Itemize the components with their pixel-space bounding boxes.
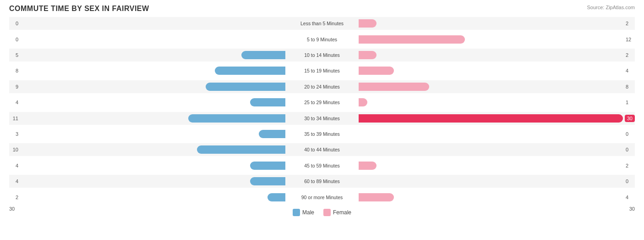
right-bar-wrap [359,35,624,44]
left-section: 0 [9,35,285,44]
table-row: 0 Less than 5 Minutes 2 [9,17,635,30]
left-bar-wrap [20,67,285,75]
right-section: 4 [359,193,635,201]
left-section: 4 [9,177,285,185]
row-label: 40 to 44 Minutes [285,147,359,152]
right-bar-wrap [359,51,624,59]
right-bar-wrap [359,193,624,201]
right-section: 0 [359,177,635,185]
male-value: 4 [9,100,18,105]
male-value: 5 [9,52,18,58]
female-bar [359,114,623,123]
table-row: 5 10 to 14 Minutes 2 [9,49,635,61]
row-inner: 4 60 to 89 Minutes 0 [9,177,635,185]
row-inner: 10 40 to 44 Minutes 0 [9,145,635,154]
male-bar [250,177,285,185]
legend-male: Male [293,209,314,216]
female-value: 8 [626,84,635,89]
left-section: 5 [9,51,285,59]
row-inner: 9 20 to 24 Minutes 8 [9,83,635,91]
right-bar-wrap [359,67,624,75]
female-value: 0 [626,147,635,152]
right-bar-wrap [359,145,624,154]
male-bar [197,145,285,154]
row-label: 25 to 29 Minutes [285,100,359,105]
female-bar [359,98,367,106]
female-bar [359,51,377,59]
male-value: 4 [9,163,18,168]
male-value: 10 [9,147,18,152]
female-value: 4 [626,195,635,200]
right-section: 0 [359,130,635,138]
female-bar [359,193,394,201]
left-bar-wrap [20,162,285,170]
male-bar [241,51,286,59]
left-bar-wrap [20,19,285,28]
right-section: 12 [359,35,635,44]
row-label: 5 to 9 Minutes [285,37,359,42]
right-section: 2 [359,162,635,170]
male-bar [259,130,285,138]
male-value: 0 [9,37,18,42]
table-row: 4 25 to 29 Minutes 1 [9,96,635,109]
female-value: 0 [626,179,635,184]
row-inner: 0 Less than 5 Minutes 2 [9,19,635,28]
right-bar-wrap [359,114,623,123]
left-bar-wrap [20,177,285,185]
legend-female: Female [323,209,351,216]
female-value: 2 [626,163,635,168]
table-row: 8 15 to 19 Minutes 4 [9,64,635,77]
left-bar-wrap [20,145,285,154]
right-section: 8 [359,83,635,91]
left-section: 9 [9,83,285,91]
row-inner: 2 90 or more Minutes 4 [9,193,635,201]
table-row: 4 60 to 89 Minutes 0 [9,175,635,188]
right-section: 4 [359,67,635,75]
left-section: 4 [9,98,285,106]
male-value: 8 [9,68,18,73]
male-value: 9 [9,84,18,89]
legend-female-box [323,209,331,216]
female-bar [359,83,429,91]
right-bar-wrap [359,162,624,170]
male-bar [250,162,285,170]
male-value: 0 [9,21,18,26]
left-bar-wrap [20,193,285,201]
male-bar [188,114,285,123]
row-label: 20 to 24 Minutes [285,84,359,89]
table-row: 9 20 to 24 Minutes 8 [9,80,635,93]
row-label: 15 to 19 Minutes [285,68,359,73]
left-bar-wrap [20,130,285,138]
left-section: 11 [9,114,285,123]
source-text: Source: ZipAtlas.com [587,5,635,10]
male-value: 11 [9,116,18,121]
female-value: 12 [626,37,635,42]
male-bar [250,98,285,106]
male-bar [267,193,285,201]
row-label: 35 to 39 Minutes [285,131,359,137]
male-value: 3 [9,131,18,137]
female-value: 2 [626,52,635,58]
right-section: 0 [359,145,635,154]
table-row: 4 45 to 59 Minutes 2 [9,159,635,172]
row-inner: 4 25 to 29 Minutes 1 [9,98,635,106]
table-row: 10 40 to 44 Minutes 0 [9,143,635,156]
female-bar [359,19,377,28]
female-bar [359,35,465,44]
left-bar-wrap [20,83,285,91]
right-section: 30 [359,114,635,123]
male-bar [215,67,285,75]
right-section: 2 [359,19,635,28]
right-bar-wrap [359,98,624,106]
row-inner: 5 10 to 14 Minutes 2 [9,51,635,59]
table-row: 3 35 to 39 Minutes 0 [9,128,635,140]
row-label: Less than 5 Minutes [285,21,359,26]
legend: Male Female [293,209,351,216]
table-row: 2 90 or more Minutes 4 [9,191,635,204]
left-section: 4 [9,162,285,170]
left-section: 3 [9,130,285,138]
table-row: 11 30 to 34 Minutes 30 [9,112,635,125]
female-value: 30 [625,115,635,122]
right-bar-wrap [359,177,624,185]
left-section: 2 [9,193,285,201]
